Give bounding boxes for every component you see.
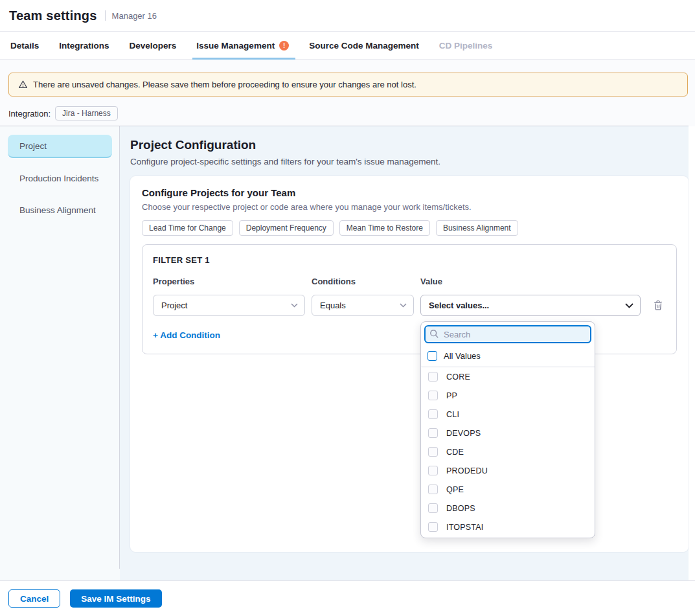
unsaved-changes-banner: There are unsaved changes. Please save t… (8, 73, 688, 97)
card-title: Configure Projects for your Team (142, 187, 677, 198)
tab-issue-management[interactable]: Issue Management ! (196, 32, 289, 60)
page-title: Team settings (9, 8, 97, 23)
page-header: Team settings Manager 16 (0, 0, 695, 32)
chevron-down-icon (400, 303, 407, 308)
option-dbops[interactable]: DBOPS (421, 499, 595, 518)
option-label: PP (446, 391, 457, 400)
chevron-down-icon (291, 303, 298, 308)
option-checkbox[interactable] (428, 503, 438, 513)
tab-integrations[interactable]: Integrations (59, 32, 109, 60)
option-checkbox[interactable] (428, 372, 438, 382)
filter-set-1: FILTER SET 1 Properties Conditions Value… (142, 244, 677, 354)
integration-label: Integration: (8, 109, 51, 119)
settings-body: Project Production Incidents Business Al… (0, 126, 689, 582)
option-checkbox[interactable] (428, 485, 438, 494)
cancel-button[interactable]: Cancel (8, 589, 60, 608)
value-column-header: Value (420, 277, 641, 286)
chevron-down-icon (625, 303, 633, 308)
option-itopstai[interactable]: ITOPSTAI (421, 518, 595, 536)
content-area: There are unsaved changes. Please save t… (0, 60, 695, 126)
option-checkbox[interactable] (428, 447, 438, 457)
option-label: PRODEDU (446, 466, 488, 475)
option-core[interactable]: CORE (421, 367, 595, 386)
properties-column-header: Properties (153, 277, 305, 286)
main-panel: Project Configuration Configure project-… (120, 126, 689, 582)
title-divider (105, 10, 106, 21)
option-checkbox[interactable] (428, 522, 438, 532)
team-name-label: Manager 16 (112, 11, 157, 21)
filter-column-headers: Properties Conditions Value (153, 277, 666, 286)
team-settings-page: Team settings Manager 16 Details Integra… (0, 0, 695, 616)
tab-cd-pipelines: CD Pipelines (439, 32, 493, 60)
option-prodedu[interactable]: PRODEDU (421, 461, 595, 480)
option-devops[interactable]: DEVOPS (421, 424, 595, 442)
card-subtitle: Choose your respective project or code a… (142, 202, 677, 212)
unsaved-changes-text: There are unsaved changes. Please save t… (33, 80, 416, 89)
option-checkbox[interactable] (428, 466, 438, 475)
option-pp[interactable]: PP (421, 386, 595, 405)
chip-lead-time-for-change[interactable]: Lead Time for Change (142, 220, 233, 236)
option-label: DBOPS (446, 504, 475, 513)
page-footer: Cancel Save IM Settings (0, 580, 695, 616)
option-label: ITOPSTAI (446, 523, 483, 532)
option-pipe[interactable]: PIPE (421, 536, 595, 538)
sidebar-item-production-incidents[interactable]: Production Incidents (8, 166, 112, 190)
chip-mean-time-to-restore[interactable]: Mean Time to Restore (339, 220, 430, 236)
tab-developers-label: Developers (130, 41, 177, 51)
property-select[interactable]: Project (153, 295, 305, 316)
value-multiselect[interactable]: Select values... (420, 295, 641, 316)
tab-cd-pipelines-label: CD Pipelines (439, 41, 493, 51)
tab-integrations-label: Integrations (59, 41, 109, 51)
tab-details-label: Details (10, 41, 39, 51)
settings-sidebar: Project Production Incidents Business Al… (0, 126, 120, 582)
option-label: CORE (446, 372, 470, 382)
tab-bar: Details Integrations Developers Issue Ma… (0, 32, 695, 60)
condition-select-value: Equals (320, 301, 346, 310)
options-list: CORE PP CLI DEVOPS CDE PRODEDU QPE DBOPS… (421, 367, 595, 538)
option-cde[interactable]: CDE (421, 442, 595, 461)
search-icon (429, 329, 439, 339)
chip-deployment-frequency[interactable]: Deployment Frequency (239, 220, 334, 236)
trash-icon (653, 300, 663, 311)
unsaved-changes-badge-icon: ! (279, 41, 289, 51)
tab-source-code-management[interactable]: Source Code Management (309, 32, 419, 60)
chip-business-alignment[interactable]: Business Alignment (436, 220, 518, 236)
tab-issue-management-label: Issue Management (196, 41, 275, 51)
filter-set-title: FILTER SET 1 (153, 255, 666, 265)
option-checkbox[interactable] (428, 391, 438, 400)
all-values-label: All Values (444, 351, 481, 361)
section-title: Project Configuration (130, 138, 689, 152)
option-qpe[interactable]: QPE (421, 480, 595, 499)
metric-chips-row: Lead Time for Change Deployment Frequenc… (142, 220, 677, 236)
sidebar-item-business-alignment[interactable]: Business Alignment (8, 198, 112, 222)
dropdown-search (424, 325, 591, 343)
all-values-option[interactable]: All Values (421, 347, 595, 367)
all-values-checkbox[interactable] (427, 351, 437, 361)
search-input[interactable] (424, 325, 591, 343)
option-label: QPE (446, 485, 464, 494)
save-im-settings-button[interactable]: Save IM Settings (70, 589, 161, 608)
option-label: CLI (446, 410, 459, 419)
configure-projects-card: Configure Projects for your Team Choose … (130, 176, 689, 552)
conditions-column-header: Conditions (312, 277, 414, 286)
tab-scm-label: Source Code Management (309, 41, 419, 51)
option-cli[interactable]: CLI (421, 405, 595, 424)
option-label: DEVOPS (446, 429, 481, 438)
delete-condition-button[interactable] (647, 295, 669, 316)
value-select-placeholder: Select values... (429, 301, 489, 310)
warning-icon (18, 80, 28, 89)
section-subtitle: Configure project-specific settings and … (130, 157, 689, 166)
tab-developers[interactable]: Developers (130, 32, 177, 60)
tab-details[interactable]: Details (10, 32, 39, 60)
option-label: CDE (446, 448, 464, 457)
integration-row: Integration: Jira - Harness (8, 106, 695, 120)
add-condition-button[interactable]: + Add Condition (153, 330, 220, 340)
property-select-value: Project (161, 301, 187, 310)
option-checkbox[interactable] (428, 428, 438, 438)
sidebar-item-project[interactable]: Project (8, 135, 112, 158)
filter-condition-row: Project Equals (153, 295, 666, 316)
value-dropdown-panel: All Values CORE PP CLI DEVOPS CDE PRODED… (420, 321, 595, 538)
condition-select[interactable]: Equals (312, 295, 414, 316)
integration-chip[interactable]: Jira - Harness (55, 106, 118, 120)
option-checkbox[interactable] (428, 409, 438, 419)
